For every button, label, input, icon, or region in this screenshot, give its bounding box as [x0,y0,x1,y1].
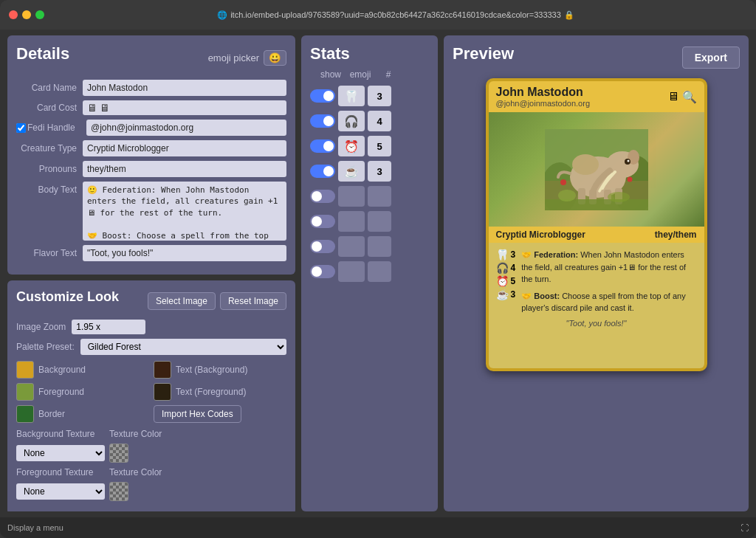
select-image-button[interactable]: Select Image [148,292,216,310]
border-color-swatch[interactable] [16,405,34,423]
stat-number-7[interactable] [368,236,391,257]
panels-row: Details emoji picker 😀 Card Name Card Co [7,35,749,511]
stat-toggle-1[interactable] [310,89,335,103]
card-cost-label: Card Cost [16,103,83,113]
text-background-color-swatch[interactable] [154,361,171,379]
svg-point-12 [627,159,629,162]
import-hex-button[interactable]: Import Hex Codes [154,405,241,423]
fullscreen-icon[interactable]: ⛶ [740,523,749,532]
stat-emoji-2[interactable]: 🎧 [338,111,365,131]
export-button[interactable]: Export [682,46,740,69]
card-stat-1: 🦷 3 [496,249,516,261]
stat-number-8[interactable] [368,261,391,282]
pronouns-row: Pronouns [16,161,286,177]
card-header: John Mastodon @john@joinmastodon.org 🖥 🔍 [489,81,704,112]
fedi-handle-input[interactable] [86,120,286,136]
stat-emoji-3[interactable]: ⏰ [338,136,365,156]
svg-point-15 [558,190,576,201]
stat-emoji-7[interactable] [338,236,365,257]
maximize-button[interactable] [35,10,44,19]
details-panel: Details emoji picker 😀 Card Name Card Co [7,35,295,275]
stat-row-8 [310,261,429,282]
card-cost-input[interactable]: 🖥🖥 [83,100,286,115]
card-stats-display: 🦷 3 🎧 4 ⏰ 5 [496,249,516,300]
palette-select[interactable]: Gilded Forest [80,339,286,355]
text-foreground-color-swatch[interactable] [154,383,171,401]
lock-icon: 🔒 [564,10,574,20]
stat-emoji-6[interactable] [338,211,365,232]
stat-row-1: 🦷 3 [310,86,429,106]
card-name-label: Card Name [16,83,83,93]
color-row-background: Background [16,361,149,379]
stats-panel: Stats show emoji # 🦷 3 🎧 4 [301,35,438,511]
fedi-handle-checkbox[interactable] [16,123,26,133]
card-stat-4: ☕ 3 [496,289,516,300]
card-stat-icon-3: ⏰ [496,275,509,287]
palette-row: Palette Preset: Gilded Forest [16,339,286,355]
card-name-row: Card Name [16,80,286,96]
emoji-picker-button[interactable]: 😀 [264,50,286,66]
color-row-border: Border [16,405,149,423]
background-color-label: Background [38,365,86,375]
stat-toggle-4[interactable] [310,165,335,178]
stat-emoji-4[interactable]: ☕ [338,161,365,182]
body-text-input[interactable]: 🙂 Federation: When John Mastodon enters … [83,182,286,241]
card-stat-val-2: 4 [511,263,516,273]
stat-toggle-8[interactable] [310,265,335,278]
search-icon: 🔍 [682,90,697,104]
stat-number-5[interactable] [368,186,391,207]
card-stat-2: 🎧 4 [496,262,516,274]
stat-toggle-3[interactable] [310,139,335,153]
traffic-lights [9,10,44,19]
background-color-swatch[interactable] [16,361,34,379]
card-name-input[interactable] [83,80,286,96]
stat-toggle-6[interactable] [310,215,335,228]
stat-toggle-2[interactable] [310,114,335,128]
page-icon: 🌐 [217,10,227,20]
stat-emoji-1[interactable]: 🦷 [338,86,365,106]
fg-texture-color-picker[interactable] [109,482,128,501]
bg-texture-color-picker[interactable] [109,444,128,463]
fg-texture-row: Foreground Texture Texture Color [16,467,286,477]
card-stat-icon-4: ☕ [496,289,509,300]
fedi-handle-row: Fedi Handle [16,120,286,136]
card-stat-val-3: 5 [511,276,516,286]
stat-number-2[interactable]: 4 [368,111,391,131]
svg-point-16 [608,192,630,202]
border-color-label: Border [38,409,65,419]
texture-color-label1: Texture Color [109,429,162,439]
foreground-color-swatch[interactable] [16,383,34,401]
stat-row-4: ☕ 3 [310,161,429,182]
pronouns-input[interactable] [83,161,286,177]
bg-texture-select[interactable]: None [16,445,105,461]
stat-number-3[interactable]: 5 [368,136,391,156]
stat-number-4[interactable]: 3 [368,161,391,182]
stat-number-1[interactable]: 3 [368,86,391,106]
minimize-button[interactable] [22,10,31,19]
color-row-foreground: Foreground [16,383,149,401]
stat-emoji-8[interactable] [338,261,365,282]
customize-header: Customize Look Select Image Reset Image [16,289,286,312]
card-stat-icon-1: 🦷 [496,249,509,261]
card-stat-val-4: 3 [511,289,516,300]
customize-title: Customize Look [16,289,119,305]
emoji-picker-label: emoji picker 😀 [208,50,286,66]
fedi-handle-label: Fedi Handle [27,123,86,133]
left-column: Details emoji picker 😀 Card Name Card Co [7,35,295,511]
stat-toggle-5[interactable] [310,190,335,203]
reset-image-button[interactable]: Reset Image [220,292,286,310]
app-window: 🌐 itch.io/embed-upload/9763589?uuid=a9c0… [0,0,756,538]
col-show: show [316,69,346,80]
stat-toggle-7[interactable] [310,240,335,253]
fg-texture-select[interactable]: None [16,483,105,500]
close-button[interactable] [9,10,18,19]
stat-number-6[interactable] [368,211,391,232]
image-zoom-input[interactable] [72,320,145,334]
card-type-line: Cryptid Microblogger they/them [489,227,704,243]
color-row-import: Import Hex Codes [154,405,286,423]
flavor-text-input[interactable] [83,245,286,261]
creature-type-input[interactable] [83,140,286,156]
stat-emoji-5[interactable] [338,186,365,207]
svg-point-17 [560,179,566,185]
card-body-text: 🤝 Federation: When John Mastodon enters … [521,249,696,314]
